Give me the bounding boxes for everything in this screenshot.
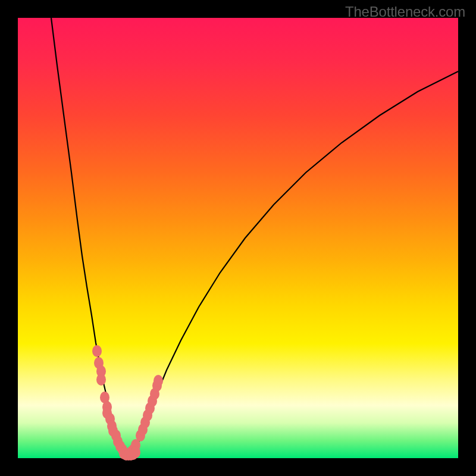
marker-dot bbox=[131, 446, 140, 458]
chart-svg bbox=[18, 18, 458, 458]
chart-frame: TheBottleneck.com bbox=[0, 0, 476, 476]
marker-dot bbox=[96, 374, 106, 386]
curve-left bbox=[51, 18, 124, 452]
marker-group bbox=[92, 345, 163, 461]
marker-dot bbox=[92, 345, 102, 357]
marker-dot bbox=[154, 375, 163, 387]
curve-right bbox=[133, 71, 458, 452]
